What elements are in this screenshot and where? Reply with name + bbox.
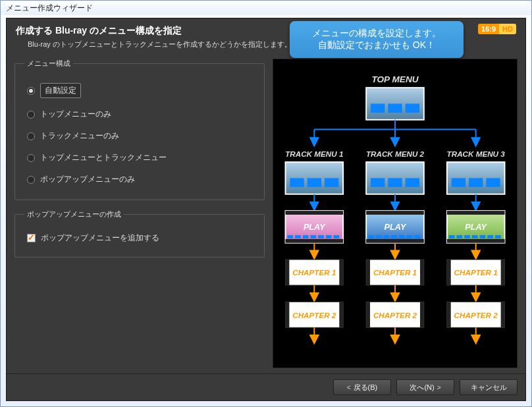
hd-label: HD xyxy=(499,24,516,34)
svg-rect-49 xyxy=(414,235,420,238)
radio-icon xyxy=(27,111,35,119)
play-label-1: PLAY xyxy=(304,223,326,232)
svg-rect-68 xyxy=(456,235,462,238)
radio-popup-only[interactable]: ポップアップメニューのみ xyxy=(24,169,255,190)
radio-track-only[interactable]: トラックメニューのみ xyxy=(24,125,255,147)
cancel-button-label: キャンセル xyxy=(471,383,507,393)
svg-rect-53 xyxy=(420,259,424,285)
svg-rect-42 xyxy=(366,239,424,243)
svg-rect-72 xyxy=(487,235,493,238)
preview-diagram: TOP MENU TRACK MENU 1 xyxy=(273,59,517,367)
svg-rect-29 xyxy=(339,259,343,285)
svg-rect-69 xyxy=(464,235,470,238)
svg-rect-28 xyxy=(286,259,290,285)
svg-rect-77 xyxy=(501,259,505,285)
chevron-left-icon: < xyxy=(347,384,351,391)
svg-rect-3 xyxy=(371,104,385,113)
svg-rect-57 xyxy=(420,302,424,327)
svg-rect-81 xyxy=(501,302,505,327)
menu-structure-fieldset: メニュー構成 自動設定 トップメニューのみ トラックメニューのみ xyxy=(14,59,265,200)
svg-rect-32 xyxy=(286,302,290,327)
tooltip-line1: メニューの構成を設定します。 xyxy=(298,28,456,40)
help-tooltip: メニューの構成を設定します。 自動設定でおまかせも OK！ xyxy=(290,21,464,58)
track-menu-2-label: TRACK MENU 2 xyxy=(366,149,425,158)
svg-rect-47 xyxy=(399,235,405,238)
svg-rect-37 xyxy=(388,178,402,187)
svg-rect-66 xyxy=(447,239,505,243)
radio-label: ポップアップメニューのみ xyxy=(40,174,135,185)
svg-rect-46 xyxy=(391,235,397,238)
svg-rect-45 xyxy=(383,235,389,238)
chapter2-label-3: CHAPTER 2 xyxy=(454,311,498,319)
svg-rect-48 xyxy=(407,235,413,238)
radio-auto[interactable]: 自動設定 xyxy=(24,78,255,103)
radio-label: トラックメニューのみ xyxy=(40,130,119,142)
svg-rect-67 xyxy=(449,235,455,238)
wizard-window: メニュー作成ウィザード 作成する Blu-ray のメニュー構成を指定 Blu-… xyxy=(0,0,532,407)
svg-rect-56 xyxy=(366,302,370,327)
radio-label: トップメニューのみ xyxy=(40,109,111,120)
menu-structure-legend: メニュー構成 xyxy=(24,59,73,68)
svg-rect-71 xyxy=(480,235,486,238)
svg-rect-18 xyxy=(286,239,344,243)
next-button-label: 次へ(N) xyxy=(410,383,434,393)
svg-rect-61 xyxy=(469,178,483,187)
svg-rect-73 xyxy=(495,235,501,238)
play-label-3: PLAY xyxy=(465,223,487,232)
svg-rect-21 xyxy=(303,235,309,238)
radio-icon xyxy=(27,176,35,184)
popup-fieldset: ポップアップメニューの作成 ポップアップメニューを追加する xyxy=(14,209,265,258)
radio-icon xyxy=(27,87,35,95)
svg-rect-36 xyxy=(371,178,385,187)
radio-top-and-track[interactable]: トップメニューとトラックメニュー xyxy=(24,147,255,169)
svg-rect-38 xyxy=(406,178,419,187)
radio-label: 自動設定 xyxy=(40,83,81,98)
svg-rect-20 xyxy=(295,235,301,238)
svg-rect-43 xyxy=(368,235,374,238)
back-button[interactable]: < 戻る(B) xyxy=(333,379,391,395)
chapter1-label-3: CHAPTER 1 xyxy=(454,268,498,277)
track-menu-1-label: TRACK MENU 1 xyxy=(285,149,343,158)
window-title: メニュー作成ウィザード xyxy=(6,3,93,13)
svg-rect-24 xyxy=(326,235,332,238)
aspect-ratio-badge: 16:9 xyxy=(478,24,499,34)
cancel-button[interactable]: キャンセル xyxy=(460,379,518,395)
track-menu-3-label: TRACK MENU 3 xyxy=(447,149,506,158)
back-button-label: 戻る(B) xyxy=(354,383,378,393)
next-button[interactable]: 次へ(N) > xyxy=(396,379,454,395)
svg-rect-44 xyxy=(376,235,382,238)
titlebar: メニュー作成ウィザード xyxy=(1,1,531,15)
hd-badge: 16:9 HD xyxy=(478,24,516,34)
svg-rect-33 xyxy=(339,302,343,327)
footer: < 戻る(B) 次へ(N) > キャンセル xyxy=(7,373,525,400)
checkbox-icon xyxy=(27,234,36,242)
radio-top-only[interactable]: トップメニューのみ xyxy=(24,103,255,125)
chapter2-label-2: CHAPTER 2 xyxy=(373,311,417,319)
play-label-2: PLAY xyxy=(385,223,407,232)
svg-rect-70 xyxy=(472,235,478,238)
svg-rect-12 xyxy=(290,178,304,187)
radio-icon xyxy=(27,154,35,162)
svg-rect-19 xyxy=(287,235,293,238)
svg-rect-41 xyxy=(366,211,424,215)
left-panel: メニュー構成 自動設定 トップメニューのみ トラックメニューのみ xyxy=(14,59,265,368)
popup-legend: ポップアップメニューの作成 xyxy=(24,209,124,219)
radio-label: トップメニューとトラックメニュー xyxy=(40,152,167,163)
svg-rect-14 xyxy=(325,178,338,187)
svg-rect-4 xyxy=(388,104,402,113)
svg-rect-13 xyxy=(307,178,321,187)
chapter2-label-1: CHAPTER 2 xyxy=(292,311,336,319)
body: メニュー構成 自動設定 トップメニューのみ トラックメニューのみ xyxy=(7,55,525,373)
svg-rect-62 xyxy=(486,178,500,187)
svg-rect-25 xyxy=(334,235,340,238)
menu-preview: TOP MENU TRACK MENU 1 xyxy=(273,59,518,368)
svg-rect-76 xyxy=(447,259,451,285)
chapter1-label-1: CHAPTER 1 xyxy=(292,268,336,277)
tooltip-line2: 自動設定でおまかせも OK！ xyxy=(298,40,456,51)
content-area: 作成する Blu-ray のメニュー構成を指定 Blu-ray のトップメニュー… xyxy=(6,18,526,401)
radio-icon xyxy=(27,132,35,140)
svg-rect-23 xyxy=(318,235,324,238)
popup-checkbox-row[interactable]: ポップアップメニューを追加する xyxy=(24,229,255,248)
svg-rect-65 xyxy=(447,211,505,215)
chevron-right-icon: > xyxy=(437,384,441,391)
